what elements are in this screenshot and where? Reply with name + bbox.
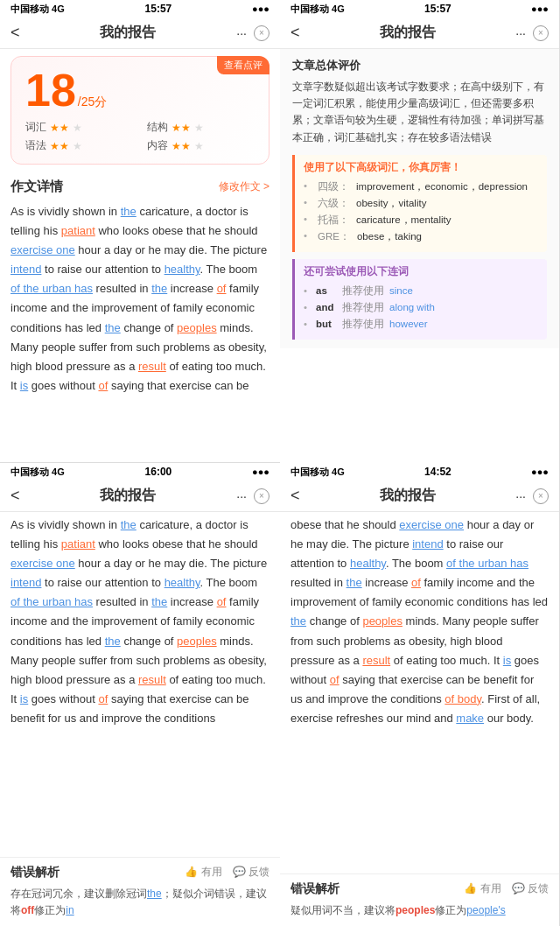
hl4-of2: of [330, 673, 340, 686]
error-title-1: 错误解析 [10, 865, 60, 880]
hl4-healthy: healthy [350, 557, 386, 570]
essay-text-4: obese that he should exercise one hour a… [280, 512, 559, 873]
status-bar-1: 中国移动 4G 15:57 ●●● [0, 0, 280, 18]
carrier-3: 中国移动 4G [10, 466, 65, 479]
vocab-words-toefl: caricature，mentality [356, 214, 452, 227]
conn-suggest-as: since [389, 285, 413, 296]
metric-content-label: 内容 [147, 138, 168, 153]
more-icon-1[interactable]: ··· [236, 26, 247, 40]
hl4-exercise: exercise one [399, 518, 464, 531]
more-icon-3[interactable]: ··· [236, 489, 247, 503]
connector-and: • and 推荐使用 along with [304, 301, 538, 314]
nav-left-1[interactable]: < [10, 24, 20, 42]
score-value: 18 [25, 67, 76, 113]
vocab-title: 使用了以下高级词汇，你真厉害！ [304, 160, 538, 175]
conn-label-and: 推荐使用 [342, 301, 384, 314]
vocab-item-6: • 六级： obesity，vitality [304, 197, 538, 210]
back-icon-2[interactable]: < [290, 24, 300, 42]
error-header-1: 错误解析 👍 有用 💬 反馈 [10, 865, 270, 880]
close-button-4[interactable]: × [533, 488, 549, 504]
hl3-healthy: healthy [164, 576, 200, 589]
nav-left-3[interactable]: < [10, 487, 20, 505]
conn-word-but: but [316, 319, 337, 329]
back-icon-3[interactable]: < [10, 487, 20, 505]
vocab-item-gre: • GRE： obese，taking [304, 230, 538, 243]
more-icon-4[interactable]: ··· [515, 489, 526, 503]
hl3-of2: of [98, 692, 108, 705]
feedback-button-1[interactable]: 💬 反馈 [233, 865, 270, 880]
hl4-make: make [456, 712, 484, 725]
back-icon-1[interactable]: < [10, 24, 20, 42]
score-metrics: 词汇 ★★★ 结构 ★★★ 语法 ★★★ 内容 ★★★ [25, 120, 255, 153]
close-button-2[interactable]: × [533, 25, 549, 41]
hl3-patiant: patiant [61, 537, 95, 551]
connector-as: • as 推荐使用 since [304, 284, 538, 298]
score-display: 18 /25分 [25, 67, 255, 113]
vocab-words-6: obesity，vitality [356, 197, 426, 210]
helpful-button-1[interactable]: 👍 有用 [185, 865, 221, 880]
hl3-the2: the [151, 595, 167, 608]
nav-bar-3: < 我的报告 ··· × [0, 481, 280, 512]
more-icon-2[interactable]: ··· [515, 26, 526, 40]
hl-result: result [138, 360, 166, 373]
error-actions-1[interactable]: 👍 有用 💬 反馈 [185, 865, 270, 880]
hl-of: of [217, 282, 227, 295]
nav-left-2[interactable]: < [290, 24, 300, 42]
error-actions-2[interactable]: 👍 有用 💬 反馈 [464, 881, 549, 896]
metric-grammar-stars: ★★ [50, 140, 69, 152]
nav-right-1[interactable]: ··· × [236, 25, 270, 41]
vocab-level-gre: GRE： [318, 230, 350, 243]
hl-the-2: the [151, 282, 167, 295]
hl-exercise-one: exercise one [10, 243, 75, 256]
signal-4: ●●● [531, 467, 549, 477]
status-bar-2: 中国移动 4G 15:57 ●●● [280, 0, 559, 18]
vocab-words-gre: obese，taking [357, 230, 422, 243]
carrier-4: 中国移动 4G [290, 466, 345, 479]
metric-structure-label: 结构 [147, 120, 168, 135]
err-peoples: peoples [396, 904, 435, 916]
close-button-1[interactable]: × [254, 25, 270, 41]
conn-word-and: and [316, 302, 337, 312]
close-button-3[interactable]: × [254, 488, 270, 504]
error-section-2: 错误解析 👍 有用 💬 反馈 疑似用词不当，建议将peoples修正为peopl… [280, 873, 559, 926]
status-bar-3: 中国移动 4G 16:00 ●●● [0, 463, 280, 481]
hl-the-1: the [121, 205, 136, 218]
review-scroll[interactable]: 文章总体评价 文章字数疑似超出该考试字数要求；在高中级别下，有一定词汇积累，能使… [280, 49, 559, 463]
signal-3: ●●● [252, 467, 270, 477]
score-badge[interactable]: 查看点评 [217, 56, 270, 74]
hl3-peoples: peoples [177, 635, 217, 648]
edit-essay-button[interactable]: 修改作文 > [219, 179, 270, 194]
error-text-1: 存在冠词冗余，建议删除冠词the；疑似介词错误，建议将off修正为in [10, 886, 270, 919]
hl3-urban: of the urban has [10, 595, 93, 608]
hl3-is: is [20, 692, 28, 705]
err-the: the [147, 887, 162, 900]
overall-text: 文章字数疑似超出该考试字数要求；在高中级别下，有一定词汇积累，能使用少量高级词汇… [292, 79, 547, 146]
hl4-of: of [411, 576, 421, 589]
time-4: 14:52 [424, 466, 452, 478]
helpful-button-2[interactable]: 👍 有用 [464, 881, 500, 896]
nav-left-4[interactable]: < [290, 487, 300, 505]
metric-vocab: 词汇 ★★★ [25, 120, 133, 135]
nav-right-2[interactable]: ··· × [515, 25, 549, 41]
connector-title: 还可尝试使用以下连词 [304, 264, 538, 279]
back-icon-4[interactable]: < [290, 487, 300, 505]
vocab-item-4: • 四级： improvement，economic，depression [304, 180, 538, 193]
score-card: 查看点评 18 /25分 词汇 ★★★ 结构 ★★★ 语法 ★★★ 内容 ★★★ [10, 56, 270, 165]
essay-text-3: As is vividly shown in the caricature, a… [0, 512, 280, 857]
signal-1: ●●● [252, 4, 270, 14]
vocab-section: 使用了以下高级词汇，你真厉害！ • 四级： improvement，econom… [292, 155, 547, 252]
nav-bar-1: < 我的报告 ··· × [0, 18, 280, 49]
hl-the-3: the [105, 321, 121, 334]
hl3-exercise: exercise one [10, 557, 75, 570]
metric-structure-stars: ★★ [172, 122, 191, 134]
hl4-peoples: peoples [362, 614, 402, 628]
hl4-the2: the [290, 614, 306, 628]
conn-suggest-but: however [389, 319, 427, 329]
feedback-button-2[interactable]: 💬 反馈 [512, 881, 549, 896]
nav-right-3[interactable]: ··· × [236, 488, 270, 504]
nav-title-2: 我的报告 [380, 24, 436, 42]
nav-right-4[interactable]: ··· × [515, 488, 549, 504]
time-3: 16:00 [145, 466, 172, 478]
nav-bar-2: < 我的报告 ··· × [280, 18, 559, 49]
error-title-2: 错误解析 [290, 881, 340, 897]
